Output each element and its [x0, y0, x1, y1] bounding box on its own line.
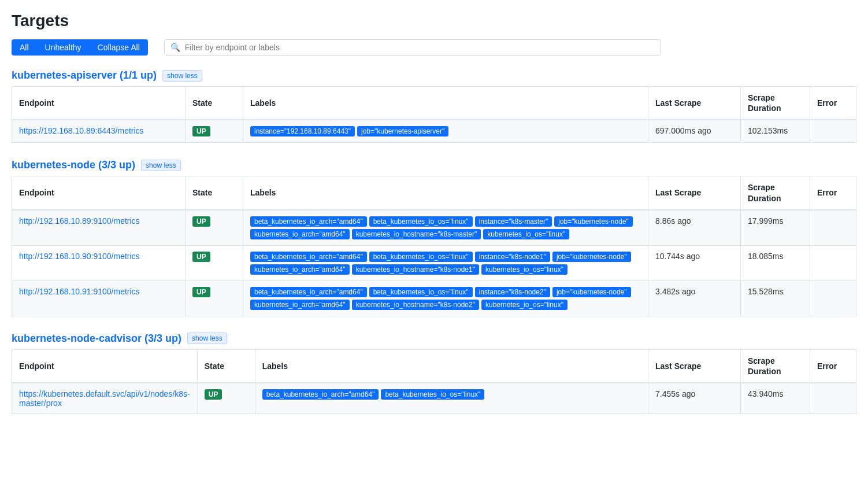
- label-tag: kubernetes_io_arch="amd64": [250, 264, 350, 275]
- table-row: https://kubernetes.default.svc/api/v1/no…: [12, 383, 856, 414]
- label-tag: beta_kubernetes_io_arch="amd64": [250, 252, 367, 262]
- col-header-error: Error: [810, 176, 856, 210]
- label-tag: kubernetes_io_arch="amd64": [250, 300, 350, 310]
- col-header-endpoint: Endpoint: [12, 349, 198, 383]
- label-tag: beta_kubernetes_io_os="linux": [369, 252, 473, 262]
- last-scrape: 3.482s ago: [648, 280, 741, 316]
- endpoint-link[interactable]: https://kubernetes.default.svc/api/v1/no…: [19, 389, 190, 408]
- col-header-scrape_duration: Scrape Duration: [741, 349, 810, 383]
- labels-cell: beta_kubernetes_io_arch="amd64"beta_kube…: [250, 287, 641, 310]
- labels-cell: beta_kubernetes_io_arch="amd64"beta_kube…: [250, 216, 641, 239]
- label-tag: job="kubernetes-node": [552, 252, 631, 262]
- table-row: http://192.168.10.91:9100/metricsUPbeta_…: [12, 280, 856, 316]
- col-header-labels: Labels: [255, 349, 648, 383]
- show-less-button[interactable]: show less: [187, 333, 227, 344]
- all-button[interactable]: All: [12, 39, 37, 56]
- targets-table: EndpointStateLabelsLast ScrapeScrape Dur…: [12, 86, 856, 143]
- label-tag: kubernetes_io_os="linux": [481, 300, 567, 310]
- label-tag: beta_kubernetes_io_os="linux": [369, 216, 473, 227]
- label-tag: beta_kubernetes_io_arch="amd64": [262, 389, 379, 400]
- col-header-labels: Labels: [243, 87, 648, 120]
- collapse-all-button[interactable]: Collapse All: [90, 39, 148, 56]
- col-header-last_scrape: Last Scrape: [648, 349, 741, 383]
- scrape-duration: 43.940ms: [741, 383, 810, 414]
- filter-buttons: All Unhealthy Collapse All: [12, 39, 148, 56]
- label-tag: beta_kubernetes_io_os="linux": [381, 389, 484, 400]
- last-scrape: 697.000ms ago: [648, 120, 741, 143]
- label-tag: instance="k8s-node1": [475, 252, 550, 262]
- section-title-text: kubernetes-apiserver (1/1 up): [12, 69, 157, 82]
- col-header-error: Error: [810, 87, 856, 120]
- error: [810, 280, 856, 316]
- last-scrape: 7.455s ago: [648, 383, 741, 414]
- sections-container: kubernetes-apiserver (1/1 up)show lessEn…: [12, 69, 856, 414]
- label-tag: beta_kubernetes_io_os="linux": [369, 287, 473, 297]
- endpoint-link[interactable]: https://192.168.10.89:6443/metrics: [19, 126, 144, 135]
- section-kubernetes-node-cadvisor: kubernetes-node-cadvisor (3/3 up)show le…: [12, 333, 856, 414]
- last-scrape: 8.86s ago: [648, 210, 741, 246]
- label-tag: kubernetes_io_os="linux": [483, 229, 569, 239]
- show-less-button[interactable]: show less: [141, 160, 181, 171]
- error: [810, 245, 856, 280]
- targets-table: EndpointStateLabelsLast ScrapeScrape Dur…: [12, 349, 856, 414]
- labels-cell: beta_kubernetes_io_arch="amd64"beta_kube…: [250, 252, 641, 275]
- endpoint-link[interactable]: http://192.168.10.89:9100/metrics: [19, 216, 140, 226]
- table-row: http://192.168.10.89:9100/metricsUPbeta_…: [12, 210, 856, 246]
- search-wrapper: 🔍: [164, 39, 661, 56]
- endpoint-link[interactable]: http://192.168.10.91:9100/metrics: [19, 287, 140, 296]
- show-less-button[interactable]: show less: [162, 70, 202, 82]
- targets-table: EndpointStateLabelsLast ScrapeScrape Dur…: [12, 176, 856, 316]
- state-badge: UP: [192, 216, 210, 227]
- col-header-last_scrape: Last Scrape: [648, 176, 741, 210]
- toolbar: All Unhealthy Collapse All 🔍: [12, 39, 856, 56]
- label-tag: job="kubernetes-node": [554, 216, 633, 227]
- last-scrape: 10.744s ago: [648, 245, 741, 280]
- state-badge: UP: [192, 126, 210, 136]
- label-tag: instance="192.168.10.89:6443": [250, 126, 355, 136]
- label-tag: kubernetes_io_hostname="k8s-master": [352, 229, 481, 239]
- col-header-state: State: [186, 87, 243, 120]
- col-header-state: State: [197, 349, 255, 383]
- col-header-scrape_duration: Scrape Duration: [741, 176, 810, 210]
- error: [810, 210, 856, 246]
- col-header-scrape_duration: Scrape Duration: [741, 87, 810, 120]
- section-title-text: kubernetes-node (3/3 up): [12, 159, 135, 171]
- error: [810, 120, 856, 143]
- scrape-duration: 102.153ms: [741, 120, 810, 143]
- state-badge: UP: [192, 252, 210, 262]
- label-tag: kubernetes_io_hostname="k8s-node2": [352, 300, 479, 310]
- scrape-duration: 18.085ms: [741, 245, 810, 280]
- scrape-duration: 17.999ms: [741, 210, 810, 246]
- col-header-last_scrape: Last Scrape: [648, 87, 741, 120]
- page-title: Targets: [12, 12, 856, 30]
- error: [810, 383, 856, 414]
- label-tag: kubernetes_io_arch="amd64": [250, 229, 350, 239]
- state-badge: UP: [205, 389, 222, 400]
- col-header-labels: Labels: [243, 176, 648, 210]
- label-tag: instance="k8s-node2": [475, 287, 550, 297]
- label-tag: beta_kubernetes_io_arch="amd64": [250, 287, 367, 297]
- section-title-kubernetes-node: kubernetes-node (3/3 up)show less: [12, 159, 856, 171]
- unhealthy-button[interactable]: Unhealthy: [37, 39, 90, 56]
- endpoint-link[interactable]: http://192.168.10.90:9100/metrics: [19, 252, 140, 261]
- label-tag: instance="k8s-master": [475, 216, 552, 227]
- label-tag: job="kubernetes-apiserver": [357, 126, 448, 136]
- labels-cell: beta_kubernetes_io_arch="amd64"beta_kube…: [262, 389, 641, 400]
- label-tag: beta_kubernetes_io_arch="amd64": [250, 216, 367, 227]
- table-row: https://192.168.10.89:6443/metricsUPinst…: [12, 120, 856, 143]
- section-kubernetes-node: kubernetes-node (3/3 up)show lessEndpoin…: [12, 159, 856, 316]
- scrape-duration: 15.528ms: [741, 280, 810, 316]
- state-badge: UP: [192, 287, 210, 297]
- label-tag: job="kubernetes-node": [552, 287, 631, 297]
- label-tag: kubernetes_io_os="linux": [481, 264, 567, 275]
- labels-cell: instance="192.168.10.89:6443"job="kubern…: [250, 126, 641, 136]
- section-title-text: kubernetes-node-cadvisor (3/3 up): [12, 333, 181, 345]
- table-row: http://192.168.10.90:9100/metricsUPbeta_…: [12, 245, 856, 280]
- section-title-kubernetes-node-cadvisor: kubernetes-node-cadvisor (3/3 up)show le…: [12, 333, 856, 345]
- col-header-endpoint: Endpoint: [12, 87, 186, 120]
- search-input[interactable]: [185, 43, 655, 52]
- col-header-endpoint: Endpoint: [12, 176, 186, 210]
- section-title-kubernetes-apiserver: kubernetes-apiserver (1/1 up)show less: [12, 69, 856, 82]
- label-tag: kubernetes_io_hostname="k8s-node1": [352, 264, 479, 275]
- col-header-error: Error: [810, 349, 856, 383]
